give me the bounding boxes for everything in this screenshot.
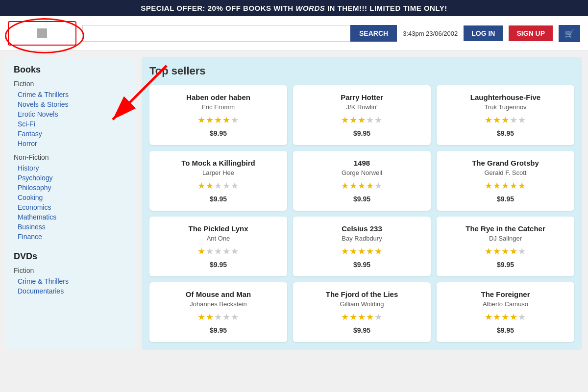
sidebar-link-history[interactable]: History xyxy=(14,163,128,173)
star-filled: ★ xyxy=(518,181,526,191)
book-stars: ★★★★★ xyxy=(301,180,423,191)
star-filled: ★ xyxy=(349,115,358,125)
book-author: DJ Salinger xyxy=(444,235,566,242)
star-empty: ★ xyxy=(214,312,222,322)
star-filled: ★ xyxy=(341,312,349,322)
book-price: $9.95 xyxy=(301,195,423,203)
promo-banner: SPECIAL OFFER: 20% OFF BOOKS WITH WORDS … xyxy=(0,0,588,16)
star-filled: ★ xyxy=(366,246,374,256)
book-stars: ★★★★★ xyxy=(444,115,566,125)
star-filled: ★ xyxy=(366,312,374,322)
sidebar-link-dvds-documentaries[interactable]: Documentaries xyxy=(14,286,128,296)
header: SEARCH 3:43pm 23/06/2002 LOG IN SIGN UP … xyxy=(0,16,588,51)
star-filled: ★ xyxy=(206,115,214,125)
book-card: The Foreigner Alberto Camuso ★★★★★ $9.95 xyxy=(437,282,574,342)
star-filled: ★ xyxy=(358,115,366,125)
star-filled: ★ xyxy=(493,181,501,191)
book-author: Truk Tugennov xyxy=(444,103,566,111)
star-filled: ★ xyxy=(358,246,366,256)
star-empty: ★ xyxy=(231,115,239,125)
star-filled: ★ xyxy=(501,312,510,322)
star-filled: ★ xyxy=(485,312,493,322)
sidebar-nonfiction-label: Non-Fiction xyxy=(14,153,128,161)
cart-button[interactable]: 🛒 xyxy=(559,25,580,42)
sidebar-link-dvds-crime-thrillers[interactable]: Crime & Thrillers xyxy=(14,276,128,286)
book-title: The Fjord of the Lies xyxy=(301,290,423,298)
star-empty: ★ xyxy=(206,246,214,256)
books-grid: Haben oder haben Fric Eromm ★★★★★ $9.95 … xyxy=(149,85,574,342)
book-card: The Pickled Lynx Ant One ★★★★★ $9.95 xyxy=(149,217,287,276)
sidebar-link-scifi[interactable]: Sci-Fi xyxy=(14,119,128,129)
book-card: Laughterhouse-Five Truk Tugennov ★★★★★ $… xyxy=(437,85,574,145)
datetime-display: 3:43pm 23/06/2002 xyxy=(403,30,458,37)
book-price: $9.95 xyxy=(301,129,423,137)
sidebar-link-philosophy[interactable]: Philosophy xyxy=(14,183,128,193)
login-button[interactable]: LOG IN xyxy=(464,25,503,41)
star-filled: ★ xyxy=(349,181,358,191)
sidebar-books-title: Books xyxy=(14,65,128,75)
star-empty: ★ xyxy=(222,312,231,322)
star-filled: ★ xyxy=(493,246,501,256)
book-title: Celsius 233 xyxy=(301,224,423,233)
book-card: The Grand Grotsby Gerald F. Scott ★★★★★ … xyxy=(437,151,574,211)
star-empty: ★ xyxy=(231,312,239,322)
book-stars: ★★★★★ xyxy=(157,246,279,257)
sidebar-link-mathematics[interactable]: Mathematics xyxy=(14,212,128,222)
star-empty: ★ xyxy=(374,115,383,125)
star-filled: ★ xyxy=(493,115,501,125)
star-filled: ★ xyxy=(510,246,518,256)
sidebar-link-business[interactable]: Business xyxy=(14,222,128,232)
book-stars: ★★★★★ xyxy=(444,180,566,191)
search-button[interactable]: SEARCH xyxy=(350,25,397,42)
star-filled: ★ xyxy=(510,181,518,191)
book-price: $9.95 xyxy=(157,261,279,269)
sidebar-link-psychology[interactable]: Psychology xyxy=(14,173,128,183)
sidebar-dvds-title: DVDs xyxy=(14,251,128,262)
star-empty: ★ xyxy=(366,115,374,125)
signup-button[interactable]: SIGN UP xyxy=(509,25,553,41)
book-stars: ★★★★★ xyxy=(157,115,279,125)
book-price: $9.95 xyxy=(157,129,279,137)
sidebar-link-fantasy[interactable]: Fantasy xyxy=(14,129,128,139)
star-empty: ★ xyxy=(231,181,239,191)
star-filled: ★ xyxy=(197,246,206,256)
star-filled: ★ xyxy=(197,115,206,125)
search-bar: SEARCH xyxy=(82,25,397,42)
logo xyxy=(8,21,76,46)
book-title: To Mock a Killingbird xyxy=(157,159,279,167)
sidebar-link-cooking[interactable]: Cooking xyxy=(14,193,128,202)
star-filled: ★ xyxy=(366,181,374,191)
book-author: Gorge Norwell xyxy=(301,169,423,176)
sidebar-link-horror[interactable]: Horror xyxy=(14,139,128,148)
star-filled: ★ xyxy=(197,312,206,322)
star-filled: ★ xyxy=(485,246,493,256)
book-author: Bay Radbdury xyxy=(301,235,423,242)
star-filled: ★ xyxy=(358,181,366,191)
search-input[interactable] xyxy=(82,25,350,42)
star-filled: ★ xyxy=(501,115,510,125)
star-filled: ★ xyxy=(485,181,493,191)
book-stars: ★★★★★ xyxy=(301,115,423,125)
sidebar-link-novels-stories[interactable]: Novels & Stories xyxy=(14,99,128,109)
star-empty: ★ xyxy=(518,312,526,322)
star-empty: ★ xyxy=(518,246,526,256)
star-filled: ★ xyxy=(349,246,358,256)
sidebar-fiction-label: Fiction xyxy=(14,80,128,88)
book-author: Gilliam Wolding xyxy=(301,300,423,308)
sidebar-link-finance[interactable]: Finance xyxy=(14,232,128,242)
star-empty: ★ xyxy=(214,246,222,256)
book-price: $9.95 xyxy=(157,195,279,203)
sidebar-dvds-fiction-label: Fiction xyxy=(14,267,128,274)
sidebar-link-erotic-novels[interactable]: Erotic Novels xyxy=(14,109,128,119)
book-stars: ★★★★★ xyxy=(444,312,566,322)
star-empty: ★ xyxy=(510,115,518,125)
star-filled: ★ xyxy=(510,312,518,322)
sidebar-link-crime-thrillers[interactable]: Crime & Thrillers xyxy=(14,90,128,99)
star-filled: ★ xyxy=(358,312,366,322)
book-stars: ★★★★★ xyxy=(157,312,279,322)
book-stars: ★★★★★ xyxy=(301,312,423,322)
star-empty: ★ xyxy=(518,115,526,125)
book-card: The Fjord of the Lies Gilliam Wolding ★★… xyxy=(293,282,431,342)
book-price: $9.95 xyxy=(444,326,566,334)
sidebar-link-economics[interactable]: Economics xyxy=(14,202,128,212)
